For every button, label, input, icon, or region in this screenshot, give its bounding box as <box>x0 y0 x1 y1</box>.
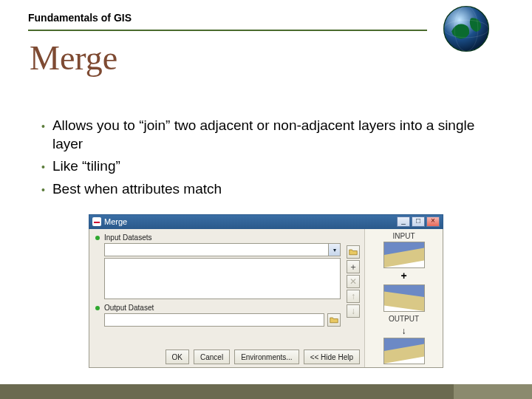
input-tile-2-graphic <box>383 284 425 311</box>
slide-title: Merge <box>30 38 117 78</box>
bullet-icon: • <box>41 160 45 176</box>
environments-button[interactable]: Environments... <box>234 349 299 364</box>
remove-button[interactable]: ✕ <box>347 275 360 288</box>
close-button[interactable]: × <box>426 216 440 227</box>
help-output-heading: OUTPUT <box>389 315 419 323</box>
help-input-heading: INPUT <box>393 232 415 240</box>
ok-button[interactable]: OK <box>166 349 189 364</box>
maximize-button[interactable]: □ <box>412 216 425 227</box>
input-tile-1-graphic <box>383 242 425 268</box>
output-browse-button[interactable] <box>327 313 341 327</box>
title-divider <box>28 30 427 31</box>
output-tile-graphic <box>383 338 425 364</box>
required-dot-icon <box>95 306 100 310</box>
down-arrow-icon: ↓ <box>402 326 406 336</box>
bullet-list: • Allows you to “join” two adjacent or n… <box>41 117 477 203</box>
input-datasets-list[interactable] <box>104 258 341 299</box>
course-title: Fundamentals of GIS <box>28 12 132 24</box>
move-up-button[interactable]: ↑ <box>347 290 360 303</box>
minimize-button[interactable]: _ <box>397 216 410 227</box>
plus-icon: + <box>400 270 406 282</box>
cancel-button[interactable]: Cancel <box>194 349 230 364</box>
list-item: • Best when attributes match <box>41 180 477 199</box>
window-titlebar[interactable]: Merge _ □ × <box>89 214 443 229</box>
dialog-button-row: OK Cancel Environments... << Hide Help <box>166 349 360 364</box>
list-side-buttons: ＋ ✕ ↑ ↓ <box>347 245 360 318</box>
bullet-icon: • <box>41 183 45 199</box>
required-dot-icon <box>95 236 100 240</box>
chevron-down-icon[interactable]: ▾ <box>328 244 340 256</box>
bullet-text: Like “tiling” <box>52 157 477 176</box>
list-item: • Allows you to “join” two adjacent or n… <box>41 117 477 153</box>
output-dataset-input[interactable] <box>104 313 324 327</box>
globe-icon <box>442 4 491 53</box>
footer-bar <box>0 384 532 399</box>
app-icon <box>92 217 101 226</box>
move-down-button[interactable]: ↓ <box>347 304 360 318</box>
window-title: Merge <box>104 217 397 226</box>
hide-help-button[interactable]: << Hide Help <box>304 349 360 364</box>
merge-dialog: Merge _ □ × Input Datasets ▾ ＋ ✕ ↑ <box>89 214 443 368</box>
main-pane: Input Datasets ▾ ＋ ✕ ↑ ↓ Output Dataset <box>89 229 364 367</box>
input-datasets-label: Input Datasets <box>104 233 151 242</box>
dialog-body: Input Datasets ▾ ＋ ✕ ↑ ↓ Output Dataset <box>89 229 443 368</box>
bullet-text: Best when attributes match <box>52 180 477 199</box>
footer-left <box>0 384 454 399</box>
bullet-text: Allows you to “join” two adjacent or non… <box>52 117 477 153</box>
list-item: • Like “tiling” <box>41 157 477 176</box>
browse-folder-button[interactable] <box>347 245 360 259</box>
input-datasets-dropdown[interactable]: ▾ <box>104 243 341 256</box>
help-pane: INPUT + OUTPUT ↓ <box>364 229 443 367</box>
output-dataset-label: Output Dataset <box>104 304 154 312</box>
bullet-icon: • <box>41 120 45 153</box>
footer-right <box>454 384 532 399</box>
add-button[interactable]: ＋ <box>347 260 360 273</box>
